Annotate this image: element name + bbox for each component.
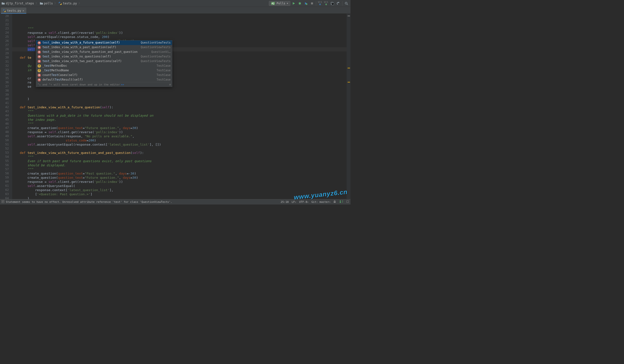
code-line[interactable]: response = self.client.get(reverse('poll… bbox=[12, 180, 351, 184]
code-line[interactable]: create_question(question_text="Future qu… bbox=[12, 126, 351, 130]
line-number[interactable]: 48 bbox=[0, 130, 9, 134]
line-number[interactable]: 54 bbox=[0, 155, 9, 159]
code-line[interactable]: ) bbox=[12, 97, 351, 101]
line-number[interactable]: 40 bbox=[0, 97, 9, 101]
line-number[interactable]: 44 bbox=[0, 114, 9, 118]
line-number[interactable]: 57 bbox=[0, 167, 9, 171]
completion-item[interactable]: mtest_index_view_with_a_past_question(se… bbox=[36, 45, 172, 50]
completion-item[interactable]: f_testMethodDocTestCase bbox=[36, 64, 172, 68]
gutter[interactable]: 2021222324252627282930313233343536373839… bbox=[0, 14, 12, 199]
vcs-history-button[interactable] bbox=[330, 1, 335, 6]
completion-item[interactable]: f_testMethodNameTestCase bbox=[36, 68, 172, 73]
line-number[interactable]: 23 bbox=[0, 26, 9, 31]
line-number[interactable]: 33 bbox=[0, 68, 9, 72]
line-number[interactable]: 27 bbox=[0, 43, 9, 47]
line-number[interactable]: 47 bbox=[0, 126, 9, 130]
code-line[interactable]: create_question(question_text="Future qu… bbox=[12, 176, 351, 180]
code-line[interactable]: """ bbox=[12, 26, 351, 31]
line-number[interactable]: 60 bbox=[0, 180, 9, 184]
breadcrumb-item-polls[interactable]: polls bbox=[40, 2, 53, 5]
line-number[interactable]: 39 bbox=[0, 93, 9, 97]
line-number[interactable]: 20 bbox=[0, 14, 9, 18]
error-stripe[interactable] bbox=[347, 14, 351, 199]
code-editor[interactable]: """ response = self.client.get(reverse('… bbox=[12, 14, 351, 199]
line-number[interactable]: 41 bbox=[0, 101, 9, 105]
line-number[interactable]: 25 bbox=[0, 35, 9, 39]
code-line[interactable] bbox=[12, 147, 351, 151]
line-number[interactable]: 34 bbox=[0, 72, 9, 76]
line-number[interactable]: 58 bbox=[0, 171, 9, 176]
code-line[interactable]: response.context['latest_question_list']… bbox=[12, 188, 351, 192]
line-number[interactable]: 22 bbox=[0, 23, 9, 26]
code-line[interactable]: Even if both past and future questions e… bbox=[12, 159, 351, 163]
undo-button[interactable] bbox=[336, 1, 341, 6]
line-number[interactable]: 53 bbox=[0, 151, 9, 155]
run-with-coverage-button[interactable] bbox=[303, 1, 309, 6]
hector-icon[interactable]: 2 bbox=[339, 200, 343, 204]
code-line[interactable]: """ bbox=[12, 122, 351, 126]
code-line[interactable]: self.assertContains(response, "No polls … bbox=[12, 134, 351, 138]
completion-expand-link[interactable]: >> bbox=[121, 83, 124, 87]
completion-item[interactable]: mcountTestCases(self)TestCase bbox=[36, 73, 172, 77]
completion-item[interactable]: mtest_index_view_with_no_questions(self)… bbox=[36, 54, 172, 59]
lock-icon[interactable] bbox=[334, 200, 336, 204]
code-line[interactable]: status_code=200) bbox=[12, 138, 351, 142]
line-number[interactable]: 45 bbox=[0, 118, 9, 122]
code-line[interactable]: """ bbox=[12, 167, 351, 171]
completion-popup[interactable]: mtest_index_view_with_a_future_question(… bbox=[36, 40, 172, 87]
code-line[interactable]: """ bbox=[12, 109, 351, 114]
line-number[interactable]: 43 bbox=[0, 109, 9, 114]
line-number[interactable]: 49 bbox=[0, 134, 9, 138]
stop-button[interactable] bbox=[309, 1, 315, 6]
line-number[interactable]: 36 bbox=[0, 80, 9, 85]
code-line[interactable]: self.assertQuerysetEqual( bbox=[12, 184, 351, 188]
breadcrumb-item-file[interactable]: tests.py bbox=[58, 2, 77, 5]
line-number[interactable]: 29 bbox=[0, 51, 9, 55]
code-line[interactable]: self.assertQuerysetEqual(response.contex… bbox=[12, 142, 351, 147]
line-number[interactable]: 31 bbox=[0, 60, 9, 64]
close-tab-button[interactable]: × bbox=[23, 9, 24, 12]
editor-tab-tests[interactable]: tests.py × bbox=[1, 8, 26, 14]
line-number[interactable]: 52 bbox=[0, 147, 9, 151]
code-line[interactable]: """ bbox=[12, 155, 351, 159]
line-number[interactable]: 42 bbox=[0, 105, 9, 109]
completion-item[interactable]: mdefaultTestResult(self)TestCase bbox=[36, 77, 172, 82]
line-number[interactable]: 28 bbox=[0, 47, 9, 51]
caret-position[interactable]: 25:18 bbox=[281, 200, 289, 204]
line-number[interactable]: 24 bbox=[0, 31, 9, 35]
stripe-marker[interactable] bbox=[348, 16, 350, 16]
line-number[interactable]: 51 bbox=[0, 142, 9, 147]
memory-indicator[interactable] bbox=[346, 200, 349, 204]
code-line[interactable]: create_question(question_text="Past ques… bbox=[12, 171, 351, 176]
line-number[interactable]: 38 bbox=[0, 89, 9, 93]
completion-item[interactable]: mtest_index_view_with_two_past_questions… bbox=[36, 59, 172, 64]
vcs-commit-button[interactable]: VCS bbox=[323, 1, 329, 6]
line-number[interactable]: 56 bbox=[0, 163, 9, 167]
code-line[interactable] bbox=[12, 93, 351, 97]
code-line[interactable]: response = self.client.get(reverse('poll… bbox=[12, 130, 351, 134]
line-number[interactable]: 37 bbox=[0, 85, 9, 89]
line-number[interactable]: 46 bbox=[0, 122, 9, 126]
code-line[interactable]: def test_index_view_with_future_question… bbox=[12, 151, 351, 155]
line-number[interactable]: 59 bbox=[0, 176, 9, 180]
line-number[interactable]: 55 bbox=[0, 159, 9, 163]
run-configuration-selector[interactable]: dj Polls ▼ bbox=[269, 1, 290, 6]
line-number[interactable]: 30 bbox=[0, 55, 9, 60]
code-line[interactable]: should be displayed. bbox=[12, 163, 351, 167]
code-line[interactable]: self.assertEqual(response.status_code, 2… bbox=[12, 35, 351, 39]
git-branch[interactable]: Git: master≑ bbox=[312, 200, 331, 204]
run-button[interactable] bbox=[291, 1, 296, 6]
file-encoding[interactable]: UTF-8≑ bbox=[299, 200, 309, 204]
code-line[interactable] bbox=[12, 89, 351, 93]
completion-item[interactable]: mtest_index_view_with_future_question_an… bbox=[36, 50, 172, 54]
line-number[interactable]: 26 bbox=[0, 39, 9, 43]
line-number[interactable]: 50 bbox=[0, 138, 9, 142]
line-number[interactable]: 63 bbox=[0, 192, 9, 196]
code-line[interactable]: response = self.client.get(reverse('poll… bbox=[12, 31, 351, 35]
code-line[interactable]: the index page. bbox=[12, 118, 351, 122]
stripe-marker[interactable] bbox=[348, 82, 350, 83]
code-line[interactable]: Questions with a pub_date in the future … bbox=[12, 114, 351, 118]
line-number[interactable]: 61 bbox=[0, 184, 9, 188]
line-number[interactable]: 21 bbox=[0, 18, 9, 23]
code-line[interactable] bbox=[12, 101, 351, 105]
